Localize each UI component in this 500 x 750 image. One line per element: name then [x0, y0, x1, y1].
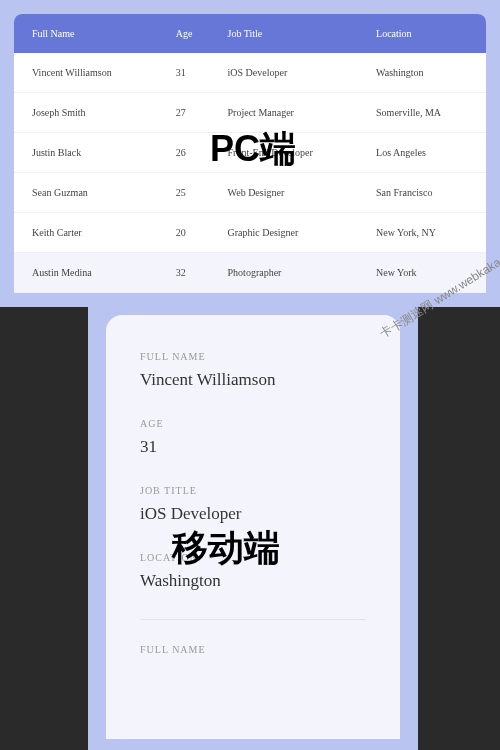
- cell-title: Photographer: [218, 253, 367, 293]
- table-header-row: Full Name Age Job Title Location: [14, 14, 486, 53]
- value-name: Vincent Williamson: [140, 370, 366, 390]
- cell-name: Keith Carter: [14, 213, 166, 253]
- cell-age: 20: [166, 213, 218, 253]
- label-title: JOB TITLE: [140, 485, 366, 496]
- table-row[interactable]: Sean Guzman 25 Web Designer San Francisc…: [14, 173, 486, 213]
- overlay-label-pc: PC端: [210, 125, 296, 174]
- table-row[interactable]: Austin Medina 32 Photographer New York: [14, 253, 486, 293]
- cell-location: Washington: [366, 53, 486, 93]
- value-location: Washington: [140, 571, 366, 591]
- col-header-age[interactable]: Age: [166, 14, 218, 53]
- cell-name: Joseph Smith: [14, 93, 166, 133]
- col-header-location[interactable]: Location: [366, 14, 486, 53]
- cell-age: 31: [166, 53, 218, 93]
- label-name-next: FULL NAME: [140, 644, 366, 655]
- value-age: 31: [140, 437, 366, 457]
- cell-location: Somerville, MA: [366, 93, 486, 133]
- cell-age: 32: [166, 253, 218, 293]
- col-header-title[interactable]: Job Title: [218, 14, 367, 53]
- table-row[interactable]: Vincent Williamson 31 iOS Developer Wash…: [14, 53, 486, 93]
- cell-title: Graphic Designer: [218, 213, 367, 253]
- cell-title: Web Designer: [218, 173, 367, 213]
- cell-name: Justin Black: [14, 133, 166, 173]
- table-row[interactable]: Keith Carter 20 Graphic Designer New Yor…: [14, 213, 486, 253]
- record-divider: [140, 619, 366, 620]
- cell-name: Vincent Williamson: [14, 53, 166, 93]
- cell-name: Sean Guzman: [14, 173, 166, 213]
- cell-location: New York, NY: [366, 213, 486, 253]
- cell-title: iOS Developer: [218, 53, 367, 93]
- value-title: iOS Developer: [140, 504, 366, 524]
- cell-location: Los Angeles: [366, 133, 486, 173]
- cell-name: Austin Medina: [14, 253, 166, 293]
- label-age: AGE: [140, 418, 366, 429]
- col-header-name[interactable]: Full Name: [14, 14, 166, 53]
- cell-age: 25: [166, 173, 218, 213]
- overlay-label-mobile: 移动端: [172, 524, 280, 573]
- cell-location: San Francisco: [366, 173, 486, 213]
- label-name: FULL NAME: [140, 351, 366, 362]
